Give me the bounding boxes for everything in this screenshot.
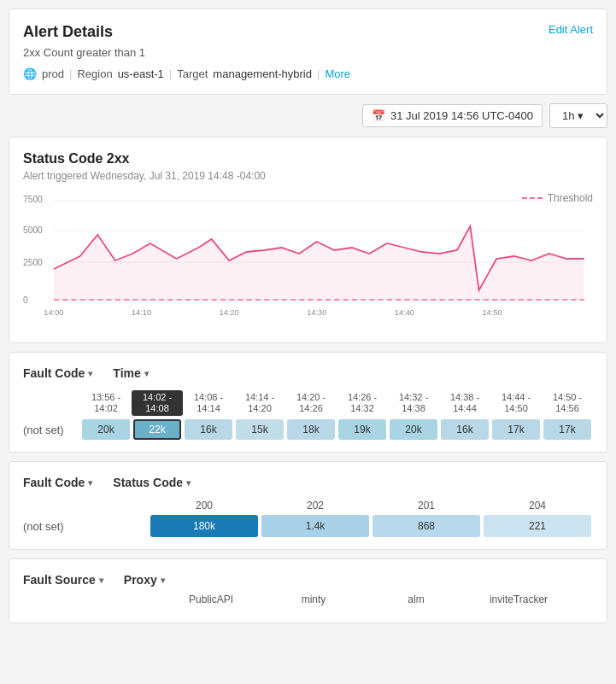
- region-value: us-east-1: [118, 67, 164, 80]
- chart-svg: 7500 5000 2500 0 14:00 14:10 14:20 14:30…: [23, 192, 593, 320]
- status-cells: 180k 1.4k 868 221: [149, 515, 593, 537]
- fault-code-status-card: Fault Code ▾ Status Code ▾ 200 202 201 2…: [9, 461, 607, 550]
- fault-code-status-col2-label: Status Code: [113, 476, 183, 489]
- time-col-8: 14:44 -14:50: [490, 390, 542, 416]
- time-cell-6[interactable]: 20k: [390, 419, 437, 440]
- time-cell-1[interactable]: 22k: [133, 419, 181, 440]
- svg-text:14:00: 14:00: [44, 308, 63, 317]
- datetime-display: 31 Jul 2019 14:56 UTC-0400: [390, 109, 533, 122]
- fault-source-proxy-col2-arrow: ▾: [161, 576, 165, 585]
- time-cell-5[interactable]: 19k: [338, 419, 386, 440]
- more-link[interactable]: More: [325, 67, 350, 80]
- status-col-3: 204: [482, 500, 593, 512]
- status-headers-spacer: [23, 500, 149, 512]
- svg-text:14:10: 14:10: [132, 308, 151, 317]
- time-headers-spacer: [23, 390, 80, 416]
- edit-alert-link[interactable]: Edit Alert: [549, 23, 593, 36]
- fault-source-col1-label: Fault Source: [23, 573, 96, 587]
- status-headers-row: 200 202 201 204: [23, 500, 593, 512]
- time-col-5: 14:26 -14:32: [337, 390, 388, 416]
- alert-details-card: Alert Details Edit Alert 2xx Count great…: [9, 9, 607, 95]
- alert-header: Alert Details Edit Alert: [23, 23, 593, 41]
- alert-title: Alert Details: [23, 23, 113, 41]
- time-col-2: 14:08 -14:14: [183, 390, 234, 416]
- time-col-1: 14:02 -14:08: [132, 390, 183, 416]
- chart-area: Threshold 7500 5000 2500 0 14:00 14:10 1…: [23, 192, 593, 329]
- fault-code-col1-label-2: Fault Code: [23, 476, 85, 489]
- time-cell-0[interactable]: 20k: [82, 419, 130, 440]
- status-cell-0[interactable]: 180k: [150, 515, 258, 537]
- fault-time-row-0: (not set) 20k 22k 16k 15k 18k 19k 20k 16…: [23, 419, 593, 440]
- globe-icon: 🌐: [23, 67, 37, 80]
- chart-title: Status Code 2xx: [23, 151, 593, 167]
- fault-source-col1-header[interactable]: Fault Source ▾: [23, 573, 103, 587]
- fault-source-proxy-card: Fault Source ▾ Proxy ▾ PublicAPI minty a…: [9, 558, 607, 623]
- time-cell-4[interactable]: 18k: [287, 419, 335, 440]
- svg-marker-9: [54, 226, 584, 300]
- svg-text:0: 0: [23, 295, 28, 305]
- fault-code-status-header: Fault Code ▾ Status Code ▾: [23, 476, 593, 489]
- svg-text:14:40: 14:40: [395, 308, 414, 317]
- chart-card: Status Code 2xx Alert triggered Wednesda…: [9, 137, 607, 343]
- time-col-9: 14:50 -14:56: [542, 390, 593, 416]
- fault-code-time-col2-label: Time: [113, 366, 140, 380]
- time-headers-row: 13:56 -14:02 14:02 -14:08 14:08 -14:14 1…: [23, 390, 593, 416]
- status-cell-1[interactable]: 1.4k: [261, 515, 369, 537]
- fault-code-col1-header[interactable]: Fault Code ▾: [23, 366, 92, 380]
- fault-code-status-col2-header[interactable]: Status Code ▾: [113, 476, 191, 489]
- fault-code-time-card: Fault Code ▾ Time ▾ 13:56 -14:02 14:02 -…: [9, 352, 607, 453]
- proxy-col-2: alm: [365, 593, 467, 605]
- fault-time-cells: 20k 22k 16k 15k 18k 19k 20k 16k 17k 17k: [80, 419, 593, 440]
- time-cell-7[interactable]: 16k: [441, 419, 489, 440]
- proxy-col-3: inviteTracker: [467, 593, 570, 605]
- fault-source-proxy-col2-label: Proxy: [124, 573, 157, 587]
- time-col-4: 14:20 -14:26: [285, 390, 337, 416]
- region-label: Region: [77, 67, 112, 80]
- proxy-col-1: minty: [262, 593, 365, 605]
- fault-source-proxy-col2-header[interactable]: Proxy ▾: [124, 573, 165, 587]
- fault-code-time-header: Fault Code ▾ Time ▾: [23, 366, 593, 380]
- time-col-0: 13:56 -14:02: [80, 390, 132, 416]
- proxy-col-labels: PublicAPI minty alm inviteTracker: [160, 593, 570, 605]
- fault-code-col1-header-2[interactable]: Fault Code ▾: [23, 476, 92, 489]
- status-col-0: 200: [149, 500, 260, 512]
- time-picker[interactable]: 📅 31 Jul 2019 14:56 UTC-0400: [362, 104, 543, 127]
- time-col-3: 14:14 -14:20: [234, 390, 285, 416]
- fault-source-col1-arrow: ▾: [99, 576, 103, 585]
- status-col-labels: 200 202 201 204: [149, 500, 593, 512]
- time-cell-2[interactable]: 16k: [185, 419, 232, 440]
- time-range-select[interactable]: 1h ▾: [549, 103, 607, 128]
- alert-subtitle: 2xx Count greater than 1: [23, 46, 593, 59]
- fault-code-col1-arrow: ▾: [88, 369, 92, 378]
- time-cell-3[interactable]: 15k: [236, 419, 284, 440]
- calendar-icon: 📅: [372, 109, 385, 122]
- status-cell-3[interactable]: 221: [484, 515, 591, 537]
- fault-status-row-0: (not set) 180k 1.4k 868 221: [23, 515, 593, 537]
- chart-subtitle: Alert triggered Wednesday, Jul 31, 2019 …: [23, 170, 593, 182]
- svg-text:2500: 2500: [23, 258, 43, 267]
- time-col-6: 14:32 -14:38: [388, 390, 439, 416]
- fault-time-row-0-label: (not set): [23, 424, 80, 436]
- target-value: management-hybrid: [213, 67, 312, 80]
- time-controls: 📅 31 Jul 2019 14:56 UTC-0400 1h ▾: [9, 103, 607, 128]
- time-col-labels: 13:56 -14:02 14:02 -14:08 14:08 -14:14 1…: [80, 390, 593, 416]
- status-col-1: 202: [260, 500, 371, 512]
- time-cell-9[interactable]: 17k: [543, 419, 591, 440]
- threshold-line-icon: [522, 197, 543, 199]
- fault-code-col1-label: Fault Code: [23, 366, 85, 380]
- status-cell-2[interactable]: 868: [373, 515, 480, 537]
- fault-code-time-col2-arrow: ▾: [144, 369, 149, 378]
- proxy-col-0: PublicAPI: [160, 593, 262, 605]
- target-label: Target: [177, 67, 208, 80]
- time-cell-8[interactable]: 17k: [492, 419, 540, 440]
- svg-text:14:30: 14:30: [307, 308, 326, 317]
- fault-source-proxy-header: Fault Source ▾ Proxy ▾: [23, 573, 593, 587]
- svg-text:14:50: 14:50: [482, 308, 502, 317]
- proxy-headers-spacer: [23, 593, 160, 605]
- fault-status-row-0-label: (not set): [23, 520, 149, 533]
- svg-text:7500: 7500: [23, 195, 43, 204]
- time-col-7: 14:38 -14:44: [439, 390, 490, 416]
- fault-code-col1-arrow-2: ▾: [88, 478, 92, 488]
- fault-code-time-col2-header[interactable]: Time ▾: [113, 366, 148, 380]
- env-value: prod: [42, 67, 64, 80]
